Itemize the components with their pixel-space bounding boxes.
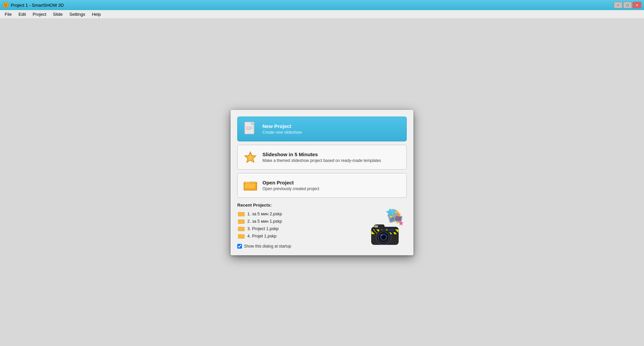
recent-item-label: 3. Project 1.pskp (247, 226, 279, 231)
window-title: Project 1 - SmartSHOW 3D (11, 3, 612, 8)
list-item[interactable]: 4. Projet 1.pskp (237, 232, 360, 240)
slideshow5-desc: Make a themed slideshow project based on… (262, 158, 401, 163)
new-project-icon (243, 122, 258, 136)
menu-project[interactable]: Project (29, 11, 49, 18)
menu-edit[interactable]: Edit (15, 11, 29, 18)
list-item[interactable]: 2. за 5 мин 1.pskp (237, 218, 360, 225)
show-dialog-checkbox[interactable] (237, 244, 242, 249)
svg-point-1 (4, 4, 5, 5)
menu-file[interactable]: File (1, 11, 15, 18)
menu-slide[interactable]: Slide (50, 11, 66, 18)
startup-dialog: New Project Create new slideshow Slidesh… (231, 110, 413, 255)
maximize-button[interactable]: □ (623, 2, 632, 8)
show-dialog-checkbox-row: Show this dialog at startup (237, 244, 360, 249)
svg-point-0 (3, 2, 8, 8)
new-project-desc: Create new slideshow (262, 130, 401, 135)
slideshow5-title: Slideshow in 5 Minutes (262, 152, 401, 157)
svg-point-2 (6, 4, 7, 5)
new-project-button[interactable]: New Project Create new slideshow (237, 117, 407, 141)
recent-item-label: 1. за 5 мин 2.pskp (247, 212, 282, 216)
svg-point-32 (382, 235, 386, 239)
svg-rect-37 (375, 225, 378, 227)
list-item[interactable]: 3. Project 1.pskp (237, 225, 360, 232)
slideshow5-icon (243, 150, 258, 165)
title-bar: Project 1 - SmartSHOW 3D − □ ✕ (0, 0, 644, 10)
list-item[interactable]: 1. за 5 мин 2.pskp (237, 210, 360, 218)
open-project-button[interactable]: Open Project Open previously created pro… (237, 173, 407, 198)
menu-settings[interactable]: Settings (66, 11, 89, 18)
slideshow5-button[interactable]: Slideshow in 5 Minutes Make a themed sli… (237, 145, 407, 170)
window-controls: − □ ✕ (614, 2, 641, 8)
recent-item-label: 2. за 5 мин 1.pskp (247, 219, 282, 224)
app-icon (3, 2, 9, 8)
camera-illustration (363, 203, 407, 249)
recent-item-label: 4. Projet 1.pskp (247, 234, 277, 239)
open-project-desc: Open previously created project (262, 186, 401, 191)
close-button[interactable]: ✕ (633, 2, 641, 8)
main-area: New Project Create new slideshow Slidesh… (0, 19, 644, 346)
svg-rect-35 (388, 229, 394, 231)
minimize-button[interactable]: − (614, 2, 623, 8)
recent-section: Recent Projects: 1. за 5 мин 2.pskp (237, 203, 407, 249)
menu-help[interactable]: Help (89, 11, 104, 18)
show-dialog-label: Show this dialog at startup (244, 244, 291, 249)
recent-list: Recent Projects: 1. за 5 мин 2.pskp (237, 203, 360, 249)
open-project-title: Open Project (262, 180, 401, 185)
new-project-title: New Project (262, 123, 401, 129)
recent-title: Recent Projects: (237, 203, 360, 208)
menu-bar: File Edit Project Slide Settings Help (0, 10, 644, 19)
open-project-icon (243, 178, 258, 193)
